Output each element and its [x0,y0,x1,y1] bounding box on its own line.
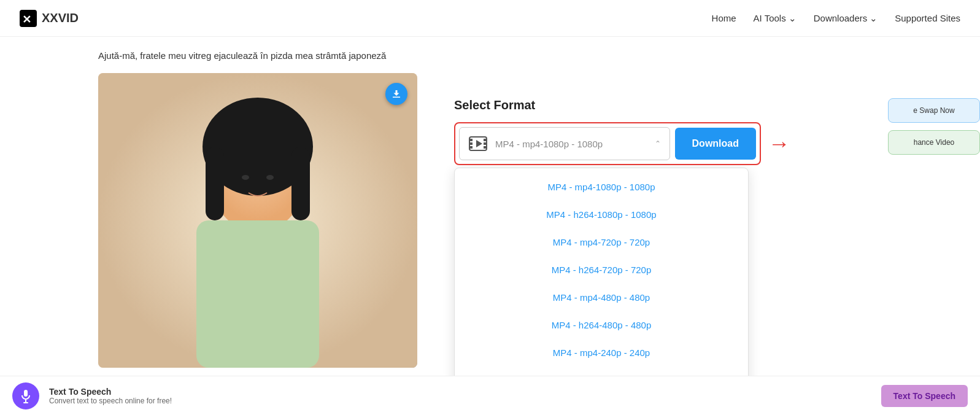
format-option-4[interactable]: MP4 - mp4-480p - 480p [455,284,748,311]
format-selected-text: MP4 - mp4-1080p - 1080p [495,139,647,149]
format-option-2[interactable]: MP4 - mp4-720p - 720p [455,228,748,256]
format-row: MP4 - mp4-1080p - 1080p ⌃ Download → [454,122,761,165]
svg-point-9 [266,175,274,180]
red-arrow: → [768,131,790,157]
chevron-down-icon: ⌄ [870,13,878,24]
svg-rect-4 [196,220,319,368]
nav-ai-tools[interactable]: AI Tools ⌄ [754,13,797,24]
ad-card-enhance[interactable]: hance Video [888,130,980,155]
right-panel: Select Format MP4 - mp4-1080p - 1080p ⌃ … [417,49,980,400]
film-icon [468,134,488,153]
video-thumbnail [98,73,417,368]
svg-rect-12 [469,142,473,145]
svg-rect-13 [469,146,473,149]
bottom-text: Text To Speech Convert text to speech on… [49,387,871,400]
side-ads: e Swap Now hance Video [888,98,980,155]
svg-point-8 [242,175,249,180]
download-circle-button[interactable] [385,83,407,105]
nav-downloaders[interactable]: Downloaders ⌄ [814,13,878,24]
nav-supported-sites[interactable]: Supported Sites [895,13,960,23]
thumbnail-image [98,73,417,368]
chevron-down-icon: ⌄ [789,13,797,24]
chevron-up-icon: ⌃ [655,139,661,148]
tts-icon [12,382,39,400]
tts-button[interactable]: Text To Speech [881,385,968,400]
format-dropdown: MP4 - mp4-1080p - 1080p MP4 - h264-1080p… [454,168,749,400]
format-option-5[interactable]: MP4 - h264-480p - 480p [455,311,748,339]
format-option-0[interactable]: MP4 - mp4-1080p - 1080p [455,173,748,201]
svg-rect-16 [484,146,487,149]
bottom-title: Text To Speech [49,387,871,397]
format-select-dropdown[interactable]: MP4 - mp4-1080p - 1080p ⌃ [459,127,670,160]
format-option-6[interactable]: MP4 - mp4-240p - 240p [455,339,748,367]
video-title: Ajută-mă, fratele meu vitreg ejaculează … [98,49,417,63]
bottom-bar: Text To Speech Convert text to speech on… [0,376,980,400]
main-content: Ajută-mă, fratele meu vitreg ejaculează … [0,37,980,400]
logo-text: XXVID [42,11,79,25]
nav-links: Home AI Tools ⌄ Downloaders ⌄ Supported … [712,13,960,24]
svg-rect-14 [484,139,487,141]
svg-rect-11 [469,139,473,141]
svg-rect-19 [25,400,26,400]
microphone-icon [18,389,33,400]
svg-rect-15 [484,142,487,145]
download-button[interactable]: Download [675,128,756,160]
ad-card-swap[interactable]: e Swap Now [888,98,980,123]
svg-rect-7 [291,147,310,220]
format-option-3[interactable]: MP4 - h264-720p - 720p [455,256,748,284]
logo[interactable]: ✕ XXVID [20,10,79,27]
nav-home[interactable]: Home [712,13,736,23]
format-option-1[interactable]: MP4 - h264-1080p - 1080p [455,201,748,228]
bottom-subtitle: Convert text to speech online for free! [49,397,871,400]
left-panel: Ajută-mă, fratele meu vitreg ejaculează … [98,49,417,400]
svg-rect-18 [24,390,28,397]
svg-text:✕: ✕ [22,14,31,26]
svg-marker-17 [476,140,482,147]
video-thumbnail-wrapper [98,73,417,368]
navbar: ✕ XXVID Home AI Tools ⌄ Downloaders ⌄ Su… [0,0,980,37]
download-icon [391,88,402,99]
logo-icon: ✕ [20,10,37,27]
svg-rect-6 [206,147,224,220]
